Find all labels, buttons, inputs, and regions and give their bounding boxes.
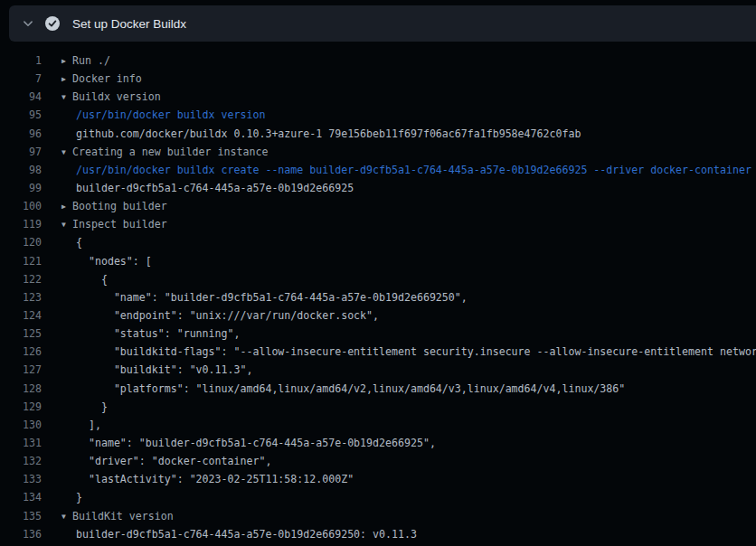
log-output-text: ], [76,416,101,434]
line-number[interactable]: 119 [0,215,42,233]
line-number[interactable]: 126 [0,343,42,361]
log-group-toggle[interactable]: ▼Inspect builder [61,215,167,234]
log-line: 129 } [0,398,756,416]
log-group-title: Run ./ [72,54,110,67]
line-number[interactable]: 96 [0,125,42,143]
log-line: 132 "driver": "docker-container", [0,452,756,470]
log-output-text: "name": "builder-d9cfb5a1-c764-445a-a57e… [76,288,468,306]
log-group-toggle[interactable]: ▶Docker info [61,70,142,89]
log-line: 130 ], [0,416,756,434]
log-output-text: builder-d9cfb5a1-c764-445a-a57e-0b19d2e6… [76,525,417,543]
log-output-text: } [76,488,82,506]
log-output-text: "name": "builder-d9cfb5a1-c764-445a-a57e… [76,434,436,452]
check-circle-icon [45,16,60,31]
log-output-text: "endpoint": "unix:///var/run/docker.sock… [76,306,379,325]
line-number[interactable]: 134 [0,488,42,506]
triangle-right-icon[interactable]: ▶ [61,52,72,71]
log-output-text: "buildkit": "v0.11.3", [76,361,252,379]
line-number[interactable]: 124 [0,306,42,325]
log-group-toggle[interactable]: ▼Creating a new builder instance [61,143,268,162]
triangle-down-icon[interactable]: ▼ [61,508,72,526]
log-output-text: { [76,270,108,288]
line-number[interactable]: 97 [0,143,42,161]
log-line: 98 /usr/bin/docker buildx create --name … [0,161,756,179]
triangle-down-icon[interactable]: ▼ [61,89,72,107]
log-line: 119 ▼Inspect builder [0,215,756,233]
log-line: 127 "buildkit": "v0.11.3", [0,361,756,379]
triangle-right-icon[interactable]: ▶ [61,198,72,216]
log-group-title: Inspect builder [72,218,167,231]
log-line: 99 builder-d9cfb5a1-c764-445a-a57e-0b19d… [0,179,756,197]
log-group-title: Docker info [72,72,142,85]
line-number[interactable]: 129 [0,398,42,416]
log-output-text: "buildkitd-flags": "--allow-insecure-ent… [76,343,756,361]
log-group-title: BuildKit version [72,510,174,522]
log-line: 136 builder-d9cfb5a1-c764-445a-a57e-0b19… [0,525,756,543]
log-output-text: "status": "running", [76,325,240,343]
log-output-text: "platforms": "linux/amd64,linux/amd64/v2… [76,380,625,398]
chevron-down-icon[interactable] [20,15,36,32]
log-line: 126 "buildkitd-flags": "--allow-insecure… [0,343,756,361]
line-number[interactable]: 132 [0,452,42,470]
step-header[interactable]: Set up Docker Buildx [9,5,756,42]
log-output-text: builder-d9cfb5a1-c764-445a-a57e-0b19d2e6… [76,179,354,197]
log-line: 97 ▼Creating a new builder instance [0,143,756,161]
line-number[interactable]: 7 [0,70,42,88]
log-group-toggle[interactable]: ▼Buildx version [61,88,161,107]
log-line: 120 { [0,233,756,251]
log-line: 125 "status": "running", [0,325,756,343]
line-number[interactable]: 98 [0,161,42,179]
line-number[interactable]: 1 [0,52,42,70]
log-line: 7 ▶Docker info [0,70,756,88]
log-line: 95 /usr/bin/docker buildx version [0,106,756,124]
log-line: 135 ▼BuildKit version [0,507,756,525]
line-number[interactable]: 135 [0,507,42,525]
log-group-title: Booting builder [72,200,167,212]
log-output-text: { [76,233,82,251]
log-command-text: /usr/bin/docker buildx create --name bui… [76,161,751,179]
line-number[interactable]: 121 [0,252,42,270]
log-line: 96 github.com/docker/buildx 0.10.3+azure… [0,125,756,143]
log-output-text: github.com/docker/buildx 0.10.3+azure-1 … [76,125,581,143]
line-number[interactable]: 100 [0,197,42,215]
log-group-title: Creating a new builder instance [72,146,268,158]
step-title: Set up Docker Buildx [72,17,186,31]
line-number[interactable]: 127 [0,361,42,379]
log-group-toggle[interactable]: ▶Booting builder [61,197,167,216]
log-output-text: "driver": "docker-container", [76,452,271,470]
log-output-text: } [76,398,108,416]
triangle-right-icon[interactable]: ▶ [61,71,72,89]
triangle-down-icon[interactable]: ▼ [61,144,72,162]
log-group-toggle[interactable]: ▶Run ./ [61,52,110,71]
line-number[interactable]: 122 [0,270,42,288]
line-number[interactable]: 136 [0,525,42,543]
log-line: 128 "platforms": "linux/amd64,linux/amd6… [0,380,756,398]
triangle-down-icon[interactable]: ▼ [61,216,72,234]
line-number[interactable]: 123 [0,288,42,306]
line-number[interactable]: 133 [0,470,42,488]
log-line: 1 ▶Run ./ [0,52,756,70]
line-number[interactable]: 99 [0,179,42,197]
line-number[interactable]: 125 [0,325,42,343]
log-line: 94 ▼Buildx version [0,88,756,106]
log-line: 134 } [0,488,756,506]
log-output-text: "lastActivity": "2023-02-25T11:58:12.000… [76,470,354,488]
line-number[interactable]: 120 [0,233,42,251]
log-line: 121 "nodes": [ [0,252,756,270]
log-line: 122 { [0,270,756,288]
log-viewer: 1 ▶Run ./ 7 ▶Docker info 94 ▼Buildx vers… [0,42,756,546]
log-line: 100 ▶Booting builder [0,197,756,215]
log-group-toggle[interactable]: ▼BuildKit version [61,507,174,526]
line-number[interactable]: 130 [0,416,42,434]
log-command-text: /usr/bin/docker buildx version [76,106,265,124]
line-number[interactable]: 94 [0,88,42,106]
log-line: 124 "endpoint": "unix:///var/run/docker.… [0,306,756,325]
log-group-title: Buildx version [72,90,161,103]
line-number[interactable]: 131 [0,434,42,452]
log-line: 131 "name": "builder-d9cfb5a1-c764-445a-… [0,434,756,452]
log-line: 133 "lastActivity": "2023-02-25T11:58:12… [0,470,756,488]
line-number[interactable]: 128 [0,380,42,398]
log-line: 123 "name": "builder-d9cfb5a1-c764-445a-… [0,288,756,306]
line-number[interactable]: 95 [0,106,42,124]
log-output-text: "nodes": [ [76,252,152,270]
